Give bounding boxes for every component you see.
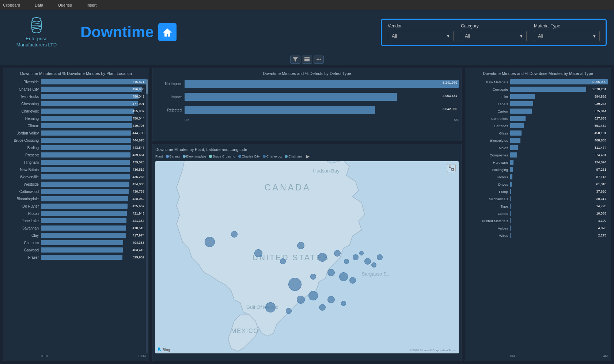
legend-bruce-crossing: Bruce Crossing xyxy=(209,155,235,158)
filter-button[interactable] xyxy=(290,56,300,64)
defect-bars: No Impact 5,241,979 Impact 4,063,681 Rej… xyxy=(155,79,459,115)
more-options-button[interactable]: ••• xyxy=(314,56,324,64)
bar-label: Electrolytes xyxy=(468,139,510,143)
bar-label: Weaverville xyxy=(6,175,41,179)
sub-toolbar: ••• xyxy=(0,54,614,65)
list-item: Raw Materials 3,955,090 xyxy=(468,79,608,85)
map-dot xyxy=(310,274,316,280)
bar-value: 14,720 xyxy=(596,204,606,209)
bar-value: 4,078 xyxy=(598,225,606,231)
vendor-filter-group: Vendor All ▾ xyxy=(388,23,454,41)
map-dot xyxy=(308,291,318,300)
material-type-filter-group: Material Type All ▾ xyxy=(534,23,600,41)
map-dots xyxy=(155,161,459,353)
bar-label: Valves xyxy=(468,226,510,230)
bar-label: June Lake xyxy=(6,219,41,223)
bar-track: 311,474 xyxy=(510,145,608,150)
defect-value: 4,063,681 xyxy=(443,94,457,98)
bar-track: 403,416 xyxy=(41,247,146,253)
defect-label: Impact xyxy=(155,95,185,99)
svg-rect-18 xyxy=(452,168,454,170)
bar-track: 428,052 xyxy=(41,196,146,201)
bar-track: 10,385 xyxy=(510,211,608,216)
svg-line-19 xyxy=(451,168,452,168)
material-type-select[interactable]: All ▾ xyxy=(534,31,600,41)
bar-fill xyxy=(41,116,132,121)
bar-value: 994,826 xyxy=(594,94,606,99)
legend-barling: Barling xyxy=(166,155,180,158)
bar-track: 430,738 xyxy=(41,189,146,194)
bar-track: 87,113 xyxy=(510,174,608,179)
list-item: Clay 417,974 xyxy=(6,232,146,239)
defect-chart-title: Downtime Minutes and % Defects by Defect… xyxy=(155,71,459,76)
bar-fill xyxy=(510,152,517,158)
bar-fill xyxy=(510,204,511,209)
map-dot xyxy=(344,259,349,264)
map-title: Downtime Minutes by Plant, Latitude and … xyxy=(155,147,459,152)
bar-fill xyxy=(510,101,533,106)
bar-value: 134,094 xyxy=(594,160,606,165)
bar-fill xyxy=(41,160,130,165)
table-button[interactable] xyxy=(302,56,312,64)
map-dot xyxy=(371,262,376,268)
bar-value: 627,653 xyxy=(594,116,606,121)
bar-track: 444,790 xyxy=(41,130,146,136)
bar-fill xyxy=(510,94,535,99)
list-item: Printed Materials 4,199 xyxy=(468,217,608,224)
bar-label: Hingham xyxy=(6,160,41,164)
bar-track: 404,388 xyxy=(41,240,146,245)
legend-dot-charles-city xyxy=(238,155,241,158)
svg-rect-9 xyxy=(304,60,310,61)
map-dot xyxy=(359,251,364,255)
bar-fill xyxy=(41,79,146,84)
bar-value: 274,481 xyxy=(594,152,606,158)
scrollbar-thumb[interactable] xyxy=(146,79,148,94)
legend-dot-barling xyxy=(166,155,169,158)
toolbar-clipboard[interactable]: Clipboard xyxy=(3,3,20,7)
bar-fill xyxy=(41,225,126,231)
list-item: Riverside 515,871 xyxy=(6,79,146,85)
bar-fill xyxy=(41,174,130,179)
toolbar-queries[interactable]: Queries xyxy=(58,3,72,7)
legend-expand-icon[interactable]: ▶ xyxy=(306,154,310,159)
list-item: June Lake 421,354 xyxy=(6,217,146,224)
legend-bloomingdale: Bloomingdale xyxy=(183,155,206,158)
bar-fill xyxy=(41,211,127,216)
map-dot xyxy=(334,250,341,257)
home-icon xyxy=(162,27,173,37)
toolbar-data[interactable]: Data xyxy=(35,3,43,7)
map-dot xyxy=(364,258,371,265)
list-item: Wires 2,275 xyxy=(468,232,608,239)
list-item: Tape 14,720 xyxy=(468,203,608,209)
map-expand-button[interactable] xyxy=(447,164,456,172)
bar-value: 551,462 xyxy=(594,123,606,128)
map-dot xyxy=(297,296,305,304)
category-select[interactable]: All ▾ xyxy=(461,31,527,41)
bar-track: 37,620 xyxy=(510,189,608,194)
list-item: Savannah 418,510 xyxy=(6,225,146,231)
bar-track: 408,835 xyxy=(510,138,608,143)
category-filter-group: Category All ▾ xyxy=(461,23,527,41)
toolbar-insert[interactable]: Insert xyxy=(87,3,97,7)
home-button[interactable] xyxy=(158,23,177,41)
bar-fill xyxy=(41,204,128,209)
list-item: Frazer 399,952 xyxy=(6,254,146,261)
defect-fill xyxy=(185,80,459,88)
list-item: No Impact 5,241,979 xyxy=(155,79,459,89)
list-item: De Ruyter 425,667 xyxy=(6,203,146,209)
bar-label: Chatham xyxy=(6,241,41,245)
map-dot xyxy=(327,296,335,303)
bar-fill xyxy=(41,182,129,187)
bar-value: 458,101 xyxy=(594,130,606,136)
scrollbar[interactable] xyxy=(146,79,148,353)
bar-value: 439,664 xyxy=(132,152,144,158)
vendor-select[interactable]: All ▾ xyxy=(388,31,454,41)
bar-label: Pump xyxy=(468,190,510,194)
bar-value: 455,907 xyxy=(132,109,144,114)
legend-charles-city: Charles City xyxy=(238,155,260,158)
map-copyright: © 2020 Microsoft Corporation Terms xyxy=(410,349,456,352)
bar-fill xyxy=(41,167,130,172)
bar-track: 443,547 xyxy=(41,145,146,150)
material-type-bars: Raw Materials 3,955,090 Corrugate 3,078,… xyxy=(468,79,608,353)
company-name: Enterprise Manufacturers LTD xyxy=(16,36,57,48)
